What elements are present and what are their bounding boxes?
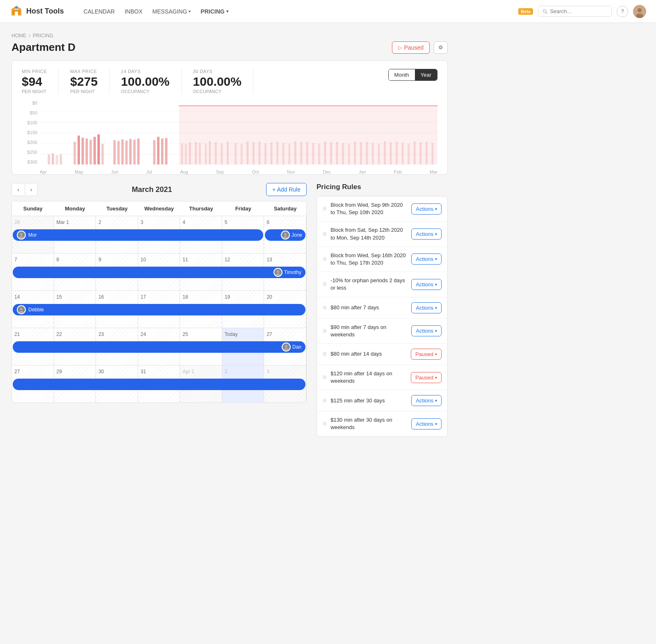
add-rule-button[interactable]: + Add Rule [266, 183, 307, 196]
paused-button-6[interactable]: Paused ▾ [411, 349, 442, 360]
help-button[interactable]: ? [617, 6, 628, 17]
rule-text-0: Block from Wed, Sep 9th 2020 to Thu, Sep… [330, 201, 407, 216]
avatar-image [633, 5, 646, 18]
svg-rect-52 [235, 143, 237, 164]
booking-dan[interactable]: Dan [13, 341, 305, 353]
svg-rect-74 [366, 142, 368, 164]
drag-handle-1[interactable]: ≡ [323, 231, 326, 238]
svg-rect-46 [199, 143, 201, 164]
actions-button-1[interactable]: Actions ▾ [411, 228, 442, 240]
booking-dan-avatar [282, 343, 291, 352]
calendar-next-button[interactable]: › [25, 183, 38, 196]
booking-timothy-label: Timothy [284, 269, 301, 275]
paused-button-7[interactable]: Paused ▾ [411, 372, 442, 383]
actions-button-2[interactable]: Actions ▾ [411, 253, 442, 265]
svg-rect-49 [215, 142, 217, 164]
rule-item-3: ≡ -10% for orphan periods 2 days or less… [317, 272, 447, 297]
svg-rect-70 [342, 143, 344, 164]
svg-rect-39 [157, 137, 159, 164]
actions-button-4[interactable]: Actions ▾ [411, 302, 442, 313]
view-year-button[interactable]: Year [415, 69, 437, 80]
svg-rect-44 [189, 143, 191, 164]
rule-item-1: ≡ Block from Sat, Sep 12th 2020 to Mon, … [317, 222, 447, 247]
svg-rect-68 [330, 142, 332, 164]
svg-rect-81 [408, 144, 410, 164]
actions-button-5[interactable]: Actions ▾ [411, 325, 442, 336]
settings-button[interactable]: ⚙ [434, 41, 448, 54]
calendar-section: ‹ › March 2021 + Add Rule Sunday Monday … [11, 183, 448, 437]
svg-point-8 [638, 8, 642, 12]
header-right: Beta ? [518, 5, 646, 18]
svg-rect-55 [253, 142, 255, 164]
actions-button-8[interactable]: Actions ▾ [411, 395, 442, 406]
search-input[interactable] [550, 8, 607, 14]
actions-button-3[interactable]: Actions ▾ [411, 279, 442, 290]
drag-handle-3[interactable]: ≡ [323, 281, 326, 288]
actions-button-0[interactable]: Actions ▾ [411, 203, 442, 215]
rule-item-9: ≡ $130 min after 30 days on weekends Act… [317, 411, 447, 436]
paused-button[interactable]: ▷ Paused [392, 41, 430, 54]
calendar-prev-button[interactable]: ‹ [11, 183, 25, 196]
svg-rect-28 [93, 137, 96, 164]
svg-rect-19 [48, 154, 50, 164]
booking-week5 [13, 379, 305, 390]
chevron-down-1: ▾ [435, 232, 437, 236]
pricing-rules-title: Pricing Rules [317, 183, 448, 191]
nav-calendar[interactable]: CALENDAR [84, 7, 115, 16]
drag-handle-0[interactable]: ≡ [323, 205, 326, 212]
booking-debbie-avatar [17, 305, 26, 314]
rule-text-8: $125 min after 30 days [330, 397, 407, 404]
booking-mor[interactable]: Mor [13, 229, 263, 241]
title-actions: ▷ Paused ⚙ [392, 41, 448, 54]
drag-handle-6[interactable]: ≡ [323, 350, 326, 358]
svg-rect-75 [372, 143, 374, 164]
calendar-body: 28 Mar 1 2 3 4 5 6 [12, 216, 306, 402]
calendar-week-4: 21 22 23 24 25 Today 27 [12, 328, 306, 365]
booking-jone[interactable]: Jone [265, 229, 305, 241]
logo-text: Host Tools [26, 7, 64, 16]
booking-timothy[interactable]: Timothy [13, 267, 305, 278]
svg-rect-78 [390, 142, 392, 164]
svg-rect-71 [348, 144, 350, 164]
actions-button-9[interactable]: Actions ▾ [411, 418, 442, 429]
svg-point-87 [20, 233, 23, 236]
nav-messaging[interactable]: MESSAGING ▾ [153, 7, 191, 16]
rule-item-5: ≡ $90 min after 7 days on weekends Actio… [317, 319, 447, 344]
logo[interactable]: Host Tools [10, 5, 64, 18]
drag-handle-8[interactable]: ≡ [323, 397, 326, 404]
price-chart [40, 100, 437, 164]
svg-rect-35 [129, 139, 132, 164]
drag-handle-9[interactable]: ≡ [323, 420, 326, 427]
svg-line-6 [546, 12, 547, 14]
chevron-down-9: ▾ [435, 422, 437, 426]
rule-item-4: ≡ $80 min after 7 days Actions ▾ [317, 297, 447, 319]
svg-point-90 [284, 233, 287, 236]
header: Host Tools CALENDAR INBOX MESSAGING ▾ PR… [0, 0, 656, 23]
dow-thursday: Thursday [180, 201, 222, 216]
main-content: HOME › PRICING Apartment D ▷ Paused ⚙ MI… [0, 23, 459, 447]
rule-item-6: ≡ $80 min after 14 days Paused ▾ [317, 344, 447, 365]
drag-handle-5[interactable]: ≡ [323, 327, 326, 335]
drag-handle-7[interactable]: ≡ [323, 374, 326, 381]
svg-rect-37 [137, 139, 140, 164]
avatar[interactable] [633, 5, 646, 18]
chevron-down-7: ▾ [435, 375, 437, 380]
svg-rect-76 [378, 144, 380, 164]
nav-inbox[interactable]: INBOX [125, 7, 143, 16]
stat-max-price: MAX PRICE $275 PER NIGHT [70, 69, 109, 94]
svg-rect-66 [318, 144, 320, 164]
breadcrumb-home[interactable]: HOME [11, 33, 26, 39]
svg-rect-50 [221, 144, 223, 164]
chevron-down-0: ▾ [435, 207, 437, 211]
booking-debbie[interactable]: Debbie [13, 304, 305, 315]
view-month-button[interactable]: Month [389, 69, 415, 80]
svg-rect-25 [82, 138, 84, 164]
rule-text-6: $80 min after 14 days [330, 350, 407, 358]
stat-30days: 30 DAYS 100.00% OCCUPANCY [193, 69, 253, 94]
drag-handle-2[interactable]: ≡ [323, 256, 326, 263]
search-box[interactable] [538, 6, 612, 17]
chevron-down-5: ▾ [435, 329, 437, 333]
nav-pricing[interactable]: PRICING ▾ [200, 7, 228, 16]
svg-rect-2 [15, 11, 18, 16]
drag-handle-4[interactable]: ≡ [323, 304, 326, 311]
